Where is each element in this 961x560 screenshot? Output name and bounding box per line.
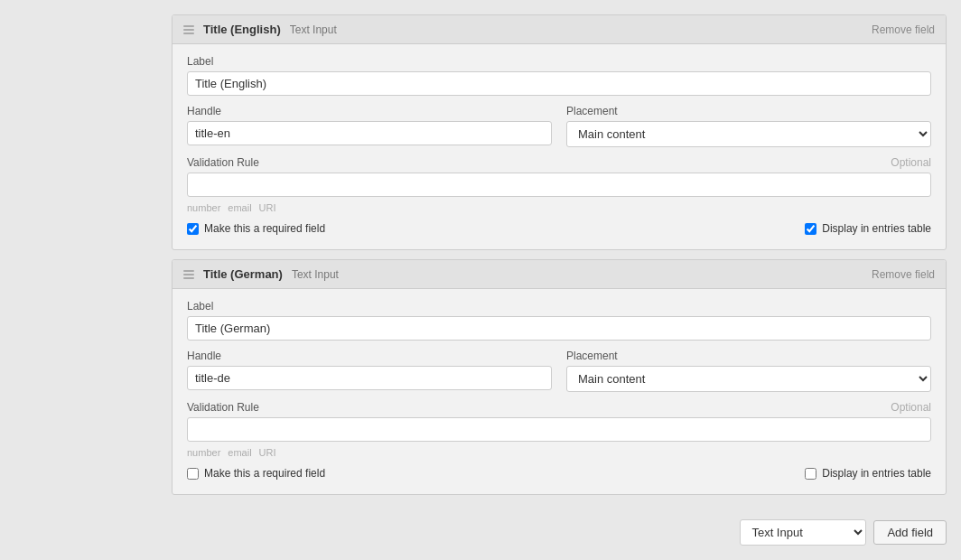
field-title-2: Title (German): [203, 267, 283, 281]
required-label-text-1: Make this a required field: [204, 222, 325, 235]
display-checkbox-label-2[interactable]: Display in entries table: [805, 467, 931, 480]
validation-hints-2: numberemailURI: [187, 447, 931, 458]
validation-input-1[interactable]: [187, 173, 931, 197]
field-title-1: Title (English): [203, 23, 281, 36]
drag-handle-1[interactable]: [183, 25, 194, 34]
placement-col-2: Placement Main contentSidebar: [566, 350, 931, 392]
handle-label-1: Handle: [187, 105, 552, 117]
label-input-2[interactable]: [187, 316, 931, 341]
required-checkbox-label-1[interactable]: Make this a required field: [187, 222, 325, 235]
label-label-1: Label: [187, 55, 931, 68]
required-label-text-2: Make this a required field: [204, 467, 325, 480]
remove-field-button-2[interactable]: Remove field: [872, 268, 935, 281]
placement-select-1[interactable]: Main contentSidebar: [566, 121, 931, 147]
checkboxes-row-1: Make this a required field Display in en…: [187, 222, 931, 235]
field-type-2: Text Input: [292, 268, 339, 281]
field-card-2: Title (German) Text Input Remove field L…: [172, 259, 947, 495]
field-body-2: Label Handle Placement Main contentSideb…: [173, 289, 946, 494]
field-header-2: Title (German) Text Input Remove field: [173, 260, 946, 289]
validation-row-2: Validation Rule Optional: [187, 401, 931, 442]
display-checkbox-2[interactable]: [805, 468, 816, 480]
optional-text-1: Optional: [891, 156, 931, 169]
checkboxes-row-2: Make this a required field Display in en…: [187, 467, 931, 480]
handle-input-2[interactable]: [187, 366, 552, 390]
label-label-2: Label: [187, 300, 931, 313]
validation-row-1: Validation Rule Optional: [187, 156, 931, 197]
field-header-1: Title (English) Text Input Remove field: [173, 15, 946, 44]
sidebar: [0, 0, 172, 560]
required-checkbox-1[interactable]: [187, 223, 199, 235]
field-body-1: Label Handle Placement Main contentSideb…: [173, 44, 946, 249]
hint-number-2: number: [187, 447, 220, 458]
field-card-1: Title (English) Text Input Remove field …: [172, 14, 947, 250]
handle-placement-row-1: Handle Placement Main contentSidebar: [187, 105, 931, 147]
validation-label-2: Validation Rule: [187, 401, 259, 414]
remove-field-button-1[interactable]: Remove field: [872, 23, 935, 36]
field-type-1: Text Input: [290, 23, 337, 36]
handle-input-1[interactable]: [187, 121, 552, 145]
hint-URI-1: URI: [259, 202, 276, 213]
hint-email-2: email: [228, 447, 251, 458]
hint-URI-2: URI: [259, 447, 276, 458]
hint-email-1: email: [228, 202, 251, 213]
validation-label-1: Validation Rule: [187, 156, 259, 169]
add-field-button[interactable]: Add field: [873, 520, 947, 545]
handle-col-1: Handle: [187, 105, 552, 147]
handle-label-2: Handle: [187, 350, 552, 362]
display-label-text-1: Display in entries table: [822, 222, 931, 235]
handle-placement-row-2: Handle Placement Main contentSidebar: [187, 350, 931, 392]
label-row-2: Label: [187, 300, 931, 341]
placement-col-1: Placement Main contentSidebar: [566, 105, 931, 147]
validation-input-2[interactable]: [187, 417, 931, 442]
display-checkbox-1[interactable]: [805, 223, 816, 235]
hint-number-1: number: [187, 202, 220, 213]
display-checkbox-label-1[interactable]: Display in entries table: [805, 222, 931, 235]
placement-label-2: Placement: [566, 350, 931, 362]
bottom-bar: Text InputTextareaNumberDateDropdownChec…: [172, 510, 947, 546]
placement-select-2[interactable]: Main contentSidebar: [566, 366, 931, 392]
label-row-1: Label: [187, 55, 931, 96]
handle-col-2: Handle: [187, 350, 552, 392]
optional-text-2: Optional: [891, 401, 931, 414]
required-checkbox-2[interactable]: [187, 468, 199, 480]
drag-handle-2[interactable]: [183, 270, 194, 279]
required-checkbox-label-2[interactable]: Make this a required field: [187, 467, 325, 480]
placement-label-1: Placement: [566, 105, 931, 117]
validation-hints-1: numberemailURI: [187, 202, 931, 213]
display-label-text-2: Display in entries table: [822, 467, 931, 480]
fields-container: Title (English) Text Input Remove field …: [172, 14, 947, 504]
main-content: Title (English) Text Input Remove field …: [172, 0, 961, 560]
label-input-1[interactable]: [187, 71, 931, 96]
add-field-type-select[interactable]: Text InputTextareaNumberDateDropdownChec…: [740, 519, 866, 546]
